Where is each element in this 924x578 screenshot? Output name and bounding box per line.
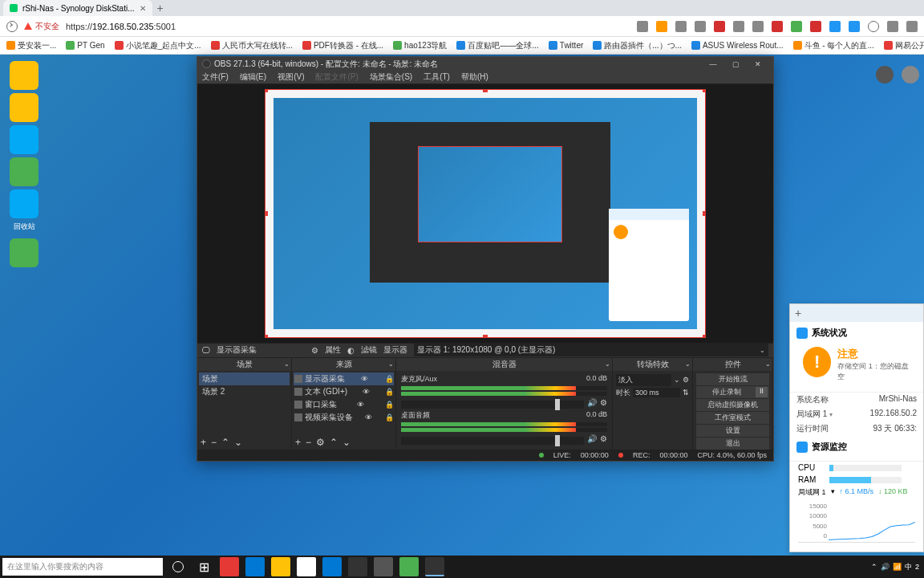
preview-canvas[interactable] — [265, 89, 706, 338]
extension-icon[interactable] — [637, 21, 648, 32]
bookmark-item[interactable]: PT Gen — [66, 41, 104, 50]
add-scene-button[interactable]: + — [201, 437, 206, 448]
control-button[interactable]: 启动虚拟摄像机 — [696, 399, 769, 411]
control-button[interactable]: 停止录制⏸ — [696, 386, 769, 398]
speaker-icon[interactable]: 🔊 — [587, 434, 597, 443]
extension-icon[interactable] — [810, 21, 821, 32]
transition-settings-icon[interactable]: ⚙ — [683, 376, 689, 384]
taskbar-search[interactable]: 在这里输入你要搜索的内容 — [2, 558, 163, 576]
obs-titlebar[interactable]: OBS 27.1.3 (64-bit, windows) - 配置文件: 未命名… — [197, 57, 773, 71]
reload-icon[interactable] — [6, 21, 18, 32]
menu-item[interactable]: 编辑(E) — [240, 71, 266, 83]
bookmark-item[interactable]: 人民币大写在线转... — [211, 40, 293, 51]
bookmark-item[interactable]: 斗鱼 - 每个人的直... — [793, 40, 874, 51]
volume-slider[interactable] — [401, 401, 584, 409]
lock-icon[interactable]: 🔒 — [385, 388, 393, 396]
tray-icon[interactable]: 🔊 — [881, 563, 890, 571]
lock-icon[interactable]: 🔒 — [385, 401, 393, 409]
bookmark-item[interactable]: ASUS Wireless Rout... — [691, 41, 784, 50]
browser-tab[interactable]: rShi-Nas - Synology DiskStati... ✕ — [3, 0, 152, 16]
move-down-button[interactable]: ⌄ — [342, 437, 351, 448]
taskbar-app[interactable] — [297, 557, 316, 576]
taskbar-app[interactable] — [374, 557, 393, 576]
tray-lang-icon[interactable]: 中 — [905, 562, 912, 572]
extension-icon[interactable] — [675, 21, 687, 32]
tray-network-icon[interactable]: 📶 — [893, 563, 902, 571]
widget-header[interactable]: + — [790, 304, 923, 322]
extension-icon[interactable] — [829, 21, 841, 32]
settings-gear-icon[interactable] — [868, 21, 879, 32]
taskbar-app-obs[interactable] — [425, 557, 444, 576]
move-up-button[interactable]: ⌃ — [221, 437, 229, 448]
chat-icon[interactable] — [876, 66, 894, 83]
source-item[interactable]: 文本 (GDI+)👁🔒 — [294, 385, 394, 398]
bookmark-item[interactable]: 小说笔趣_起点中文... — [115, 40, 201, 51]
remove-scene-button[interactable]: − — [211, 437, 217, 448]
properties-button[interactable]: 属性 — [325, 344, 341, 356]
remove-source-button[interactable]: − — [306, 437, 311, 448]
close-button[interactable]: ✕ — [748, 58, 768, 71]
taskbar-app-explorer[interactable] — [271, 557, 290, 576]
extension-icon[interactable] — [656, 21, 667, 32]
add-source-button[interactable]: + — [295, 437, 301, 448]
pause-icon[interactable]: ⏸ — [756, 387, 768, 397]
extension-icon[interactable] — [791, 21, 802, 32]
desktop-icon[interactable] — [10, 61, 38, 90]
security-indicator[interactable]: 不安全 — [24, 21, 59, 32]
extension-icon[interactable] — [714, 21, 725, 32]
scene-item[interactable]: 场景 2 — [199, 385, 290, 398]
bookmark-item[interactable]: 网易公开课 — [884, 40, 924, 51]
taskbar-app-edge[interactable] — [245, 557, 265, 576]
taskbar-app[interactable] — [220, 557, 239, 576]
control-button[interactable]: 退出 — [696, 438, 769, 450]
control-button[interactable]: 工作室模式 — [696, 412, 769, 424]
desktop-icon[interactable] — [10, 157, 38, 186]
tray-clock[interactable]: 2 — [915, 563, 919, 571]
widget-add-icon[interactable]: + — [795, 307, 801, 320]
extension-icon[interactable] — [733, 21, 744, 32]
system-tray[interactable]: ⌃ 🔊 📶 中 2 — [871, 562, 924, 572]
display-select[interactable]: 显示器 1: 1920x1080 @ 0,0 (主显示器) ⌄ — [414, 344, 768, 356]
minimize-button[interactable]: — — [703, 58, 723, 71]
user-avatar-icon[interactable] — [902, 66, 919, 83]
extension-icon[interactable] — [849, 21, 860, 32]
menu-icon[interactable] — [906, 21, 918, 32]
visibility-icon[interactable]: 👁 — [357, 401, 365, 409]
bookmark-item[interactable]: hao123导航 — [393, 40, 447, 51]
synology-desktop[interactable]: 回收站 OBS 27.1.3 (64-bit, windows) - 配置文件:… — [0, 55, 924, 578]
lock-icon[interactable]: 🔒 — [385, 413, 393, 421]
source-props-button[interactable]: ⚙ — [316, 437, 325, 448]
transition-select[interactable]: 淡入 — [616, 374, 671, 386]
duration-input[interactable]: 300 ms — [633, 388, 680, 397]
filters-button[interactable]: 滤镜 — [361, 344, 377, 356]
menu-item[interactable]: 文件(F) — [202, 71, 229, 83]
control-button[interactable]: 设置 — [696, 425, 769, 437]
move-up-button[interactable]: ⌃ — [330, 437, 338, 448]
source-item[interactable]: 视频采集设备👁🔒 — [294, 411, 394, 424]
taskbar-app-mail[interactable] — [322, 557, 342, 576]
scene-item[interactable]: 场景 — [199, 372, 290, 385]
visibility-icon[interactable]: 👁 — [363, 388, 371, 396]
speaker-icon[interactable]: 🔊 — [587, 398, 597, 407]
desktop-icon[interactable] — [10, 93, 38, 122]
url-display[interactable]: https://192.168.50.235:5001 — [66, 22, 176, 31]
maximize-button[interactable]: ▢ — [725, 58, 746, 71]
tab-close-icon[interactable]: ✕ — [140, 4, 146, 13]
stepper-icon[interactable]: ⇅ — [683, 389, 689, 397]
source-item[interactable]: 窗口采集👁🔒 — [294, 398, 394, 411]
bookmark-item[interactable]: Twitter — [549, 41, 583, 50]
desktop-icon[interactable] — [10, 238, 38, 267]
menu-item[interactable]: 工具(T) — [424, 71, 450, 83]
gear-icon[interactable]: ⚙ — [600, 398, 607, 407]
volume-slider[interactable] — [401, 437, 584, 445]
menu-item[interactable]: 场景集合(S) — [370, 71, 412, 83]
extension-icon[interactable] — [752, 21, 764, 32]
visibility-icon[interactable]: 👁 — [365, 413, 373, 421]
task-view-icon[interactable]: ⊞ — [194, 557, 213, 576]
move-down-button[interactable]: ⌄ — [234, 437, 242, 448]
obs-preview[interactable] — [197, 84, 773, 343]
bookmark-item[interactable]: PDF转换器 - 在线... — [302, 40, 383, 51]
bookmark-item[interactable]: 受安装一... — [6, 40, 56, 51]
desktop-icon[interactable] — [10, 125, 38, 154]
source-item[interactable]: 显示器采集👁🔒 — [294, 372, 394, 385]
